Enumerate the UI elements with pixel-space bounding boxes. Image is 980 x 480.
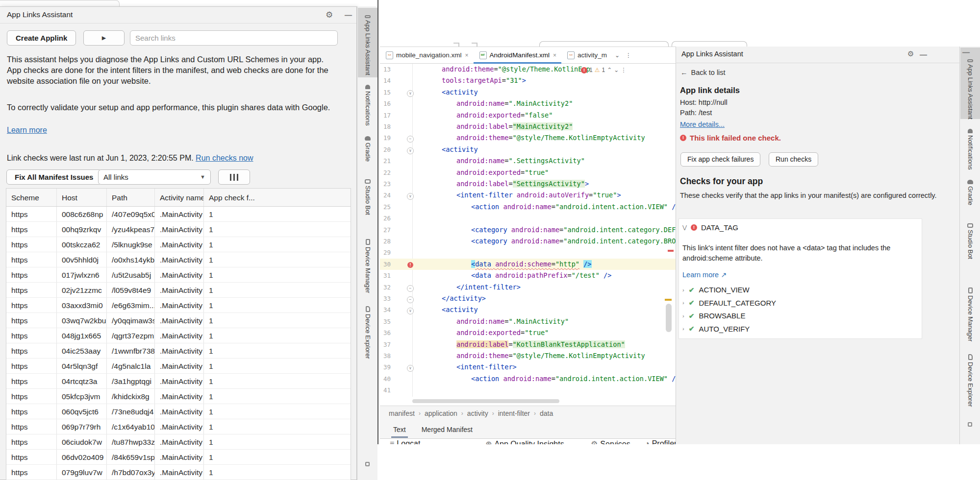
table-row[interactable]: https03axxd3mi0/e6g63mim....MainActivity… (6, 298, 351, 313)
error-bulb-icon[interactable]: ! (407, 262, 413, 268)
code-line[interactable]: 22android:exported="true" (380, 167, 676, 178)
fold-icon[interactable]: − (407, 285, 414, 292)
search-input[interactable] (130, 30, 338, 46)
inspection-nav-icon[interactable]: ⋮ (621, 67, 627, 73)
table-row[interactable]: https00hq9zrkqv/yzu4kpeas7.MainActivity1 (6, 222, 351, 237)
tab-overflow-chevron-icon[interactable]: ⌄ (612, 47, 623, 63)
fold-icon[interactable]: ∨ (407, 147, 414, 154)
configure-columns-button[interactable] (218, 169, 250, 185)
code-line[interactable]: 39∨<intent-filter> (380, 361, 676, 373)
code-line[interactable]: 13android:theme="@style/Theme.KotlinEmp (380, 64, 676, 75)
code-line[interactable]: 24∨<intent-filter android:autoVerify="tr… (380, 190, 676, 201)
back-to-list-link[interactable]: ←Back to list (680, 69, 726, 76)
check-row-auto_verify[interactable]: ›✔AUTO_VERIFY (682, 325, 750, 333)
close-icon[interactable]: × (465, 52, 469, 59)
tab-kebab-icon[interactable]: ⋮ (623, 47, 634, 63)
table-row[interactable]: https04ic253aay/1wwnfbr738.MainActivity1 (6, 343, 351, 359)
code-line[interactable]: 15∨<activity (380, 87, 676, 98)
table-row[interactable]: https079g9luv7w/h7bd07ox3y.MainActivity1 (6, 465, 351, 480)
inspection-nav-icon[interactable]: ⌄ (614, 67, 619, 73)
toolwindow-button-app-quality-insights[interactable]: ⊕App Quality Insights (485, 439, 564, 444)
code-line[interactable]: 29 (380, 247, 676, 258)
table-header-cell[interactable]: App check f... (204, 189, 351, 206)
sidebar-item-gradle[interactable]: Gradle (960, 180, 980, 207)
code-line[interactable]: 32−</intent-filter> (380, 282, 676, 293)
table-row[interactable]: https00v5hhld0j/o0xhs14ykb.MainActivity1 (6, 252, 351, 267)
toolwindow-button-logcat[interactable]: ≡Logcat (390, 439, 420, 444)
tab-mobile_navigation-xml[interactable]: <>mobile_navigation.xml× (380, 47, 474, 63)
warning-stripe-mark[interactable] (665, 299, 672, 301)
error-stripe-mark[interactable] (668, 250, 674, 252)
sidebar-item-studio-bot[interactable]: Studio Bot (960, 223, 980, 261)
fix-all-manifest-issues-button[interactable]: Fix All Manifest Issues (6, 169, 101, 185)
close-icon[interactable]: × (553, 52, 556, 59)
table-row[interactable]: https00tskcza62/5lknugk9se.MainActivity1 (6, 237, 351, 252)
sidebar-item-studio-bot[interactable]: Studio Bot (357, 179, 378, 217)
sidebar-item-notifications[interactable]: Notifications (357, 85, 378, 128)
table-row[interactable]: https048jg1x665/qgrt37ezpm.MainActivity1 (6, 328, 351, 343)
fold-icon[interactable]: ∨ (407, 90, 414, 97)
create-applink-button[interactable]: Create Applink (7, 30, 76, 46)
code-line[interactable]: 25<action android:name="android.intent.a… (380, 201, 676, 213)
links-filter-dropdown[interactable]: All links▼ (98, 169, 211, 185)
sidebar-item-gradle[interactable]: Gradle (357, 136, 378, 164)
check-row-browsable[interactable]: ›✔BROWSABLE (682, 312, 745, 320)
code-line[interactable]: 27<category android:name="android.intent… (380, 224, 676, 236)
table-row[interactable]: https060qv5jct6/73ne8udqj4.MainActivity1 (6, 404, 351, 419)
code-line[interactable]: 33−</activity> (380, 293, 676, 304)
check-row-default_category[interactable]: ›✔DEFAULT_CATEGORY (682, 299, 776, 307)
fold-icon[interactable]: ∨ (407, 193, 414, 200)
run-checks-now-link[interactable]: Run checks now (196, 154, 253, 162)
code-line[interactable]: 30!<data android:scheme="http" /> (380, 259, 676, 270)
fold-icon[interactable]: ∨ (407, 365, 414, 372)
toolwindow-button-services[interactable]: ⚙Services (591, 439, 630, 444)
code-line[interactable]: 16android:name=".MainActivity2" (380, 98, 676, 109)
code-line[interactable]: 20∨<activity (380, 144, 676, 155)
code-line[interactable]: 40<action android:name="android.intent.a… (380, 373, 676, 384)
fold-icon[interactable]: ∨ (407, 308, 414, 314)
code-line[interactable]: 26 (380, 213, 676, 224)
tab-activity_m[interactable]: <>activity_m (561, 47, 612, 63)
code-line[interactable]: 34∨<activity (380, 304, 676, 315)
breadcrumb-item[interactable]: intent-filter (498, 409, 530, 417)
strip-minimize-icon[interactable]: — (962, 48, 970, 56)
table-header-cell[interactable]: Path (107, 189, 155, 206)
learn-more-link[interactable]: Learn more (7, 126, 47, 135)
learn-more-link[interactable]: Learn more ↗ (682, 271, 727, 279)
code-line[interactable]: 18android:label="MainActivity2" (380, 121, 676, 132)
table-row[interactable]: https06ciudok7w/tu87hwp33z.MainActivity1 (6, 434, 351, 450)
sidebar-item-device-explorer[interactable]: Device Explorer (960, 354, 980, 409)
tool-icon-partial[interactable] (365, 462, 370, 466)
breadcrumb-item[interactable]: activity (467, 409, 488, 417)
table-row[interactable]: https069p7r79rh/c1x64yab10.MainActivity1 (6, 419, 351, 434)
play-button[interactable]: ▶ (83, 30, 125, 46)
table-row[interactable]: https017jwlxzn6/u5t2usab5j.MainActivity1 (6, 267, 351, 283)
toolwindow-button-profiler[interactable]: ◔Profiler (645, 439, 676, 444)
code-line[interactable]: 31<data android:pathPrefix="/test" /> (380, 270, 676, 281)
code-line[interactable]: 37android:label="KotlinBlankTestApplicat… (380, 339, 676, 350)
table-header-cell[interactable]: Host (57, 189, 107, 206)
code-editor[interactable]: 13android:theme="@style/Theme.KotlinEmp1… (380, 64, 676, 406)
code-line[interactable]: 36android:exported="true" (380, 327, 676, 338)
more-details-link[interactable]: More details... (680, 120, 725, 128)
inspection-nav-icon[interactable]: ⌃ (607, 67, 612, 73)
vertical-scrollbar[interactable] (666, 304, 672, 332)
sidebar-item-app-links-assistant[interactable]: App Links Assistant (357, 15, 378, 77)
sidebar-item-device-manager[interactable]: Device Manager (960, 288, 980, 344)
code-line[interactable]: 28<category android:name="android.intent… (380, 236, 676, 247)
code-line[interactable]: 23android:label="SettingsActivity"> (380, 178, 676, 190)
tab-text[interactable]: Text (392, 421, 407, 438)
tab-merged-manifest[interactable]: Merged Manifest (421, 421, 474, 438)
sidebar-item-device-explorer[interactable]: Device Explorer (357, 306, 378, 361)
fold-icon[interactable]: − (407, 296, 414, 303)
code-line[interactable]: 17android:exported="false" (380, 110, 676, 121)
minimize-icon[interactable]: — (345, 11, 352, 19)
table-row[interactable]: https04r5lqn3gf/4g5nalc1la.MainActivity1 (6, 359, 351, 374)
gear-icon[interactable]: ⚙ (326, 11, 333, 19)
gear-icon[interactable]: ⚙ (907, 50, 914, 57)
fold-icon[interactable]: − (407, 136, 414, 143)
code-line[interactable]: 38android:theme="@style/Theme.KotlinEmpt… (380, 350, 676, 361)
minimize-icon[interactable]: — (920, 51, 927, 58)
table-row[interactable]: https06dv02o409/84k659v1sp.MainActivity1 (6, 450, 351, 465)
table-row[interactable]: https008c6z68np/407e09q5x0.MainActivity1 (6, 207, 351, 222)
